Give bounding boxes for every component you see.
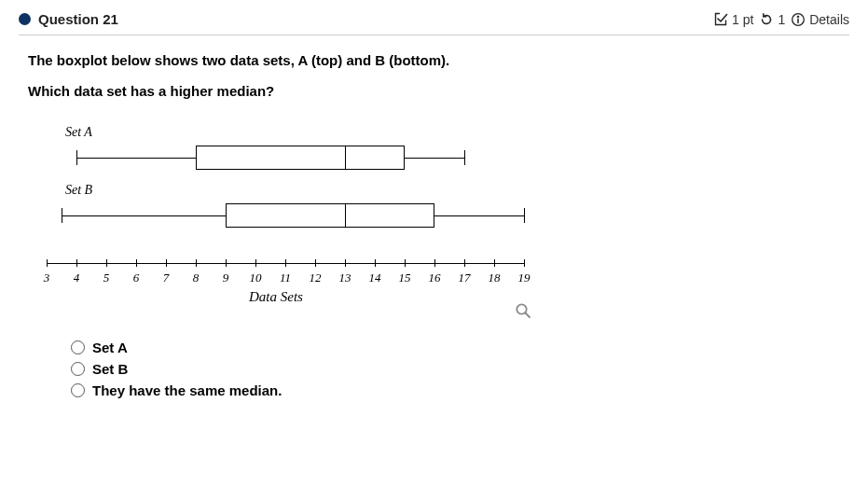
tick-label: 15 (399, 271, 411, 285)
boxplot-chart: Set ASet B345678910111213141516171819Dat… (28, 125, 531, 321)
answer-option[interactable]: Set A (71, 340, 849, 355)
boxplot-row (28, 146, 524, 170)
axis-title: Data Sets (28, 289, 524, 305)
question-title-group: Question 21 (19, 11, 118, 27)
tick-label: 6 (133, 271, 140, 285)
question-prompt: The boxplot below shows two data sets, A… (28, 52, 849, 99)
radio-icon[interactable] (71, 383, 85, 397)
tick-label: 16 (429, 271, 441, 285)
option-label: They have the same median. (92, 382, 282, 398)
x-axis: 345678910111213141516171819Data Sets (28, 263, 531, 300)
tick-label: 14 (369, 271, 381, 285)
retry-icon (759, 12, 774, 27)
option-label: Set B (92, 361, 128, 377)
radio-icon[interactable] (71, 340, 85, 354)
radio-icon[interactable] (71, 362, 85, 376)
tick-label: 17 (459, 271, 471, 285)
attempts-label: 1 (778, 12, 785, 27)
answer-option[interactable]: Set B (71, 361, 849, 377)
prompt-line-2: Which data set has a higher median? (28, 83, 849, 99)
question-header: Question 21 1 pt 1 Details (19, 11, 849, 35)
question-meta: 1 pt 1 Details (713, 12, 849, 27)
series-label: Set B (65, 183, 92, 198)
boxplot-row (28, 203, 524, 228)
checkbox-icon (713, 12, 728, 27)
answer-options: Set ASet BThey have the same median. (28, 340, 849, 398)
svg-point-1 (797, 16, 799, 18)
tick-label: 4 (74, 271, 80, 285)
tick-label: 5 (103, 271, 110, 285)
tick-label: 8 (193, 271, 200, 285)
tick-label: 12 (310, 271, 322, 285)
tick-label: 19 (518, 271, 530, 285)
info-icon (791, 12, 806, 27)
tick-label: 18 (489, 271, 501, 285)
tick-label: 11 (280, 271, 291, 285)
tick-label: 9 (223, 271, 229, 285)
tick-label: 7 (163, 271, 170, 285)
tick-label: 10 (250, 271, 262, 285)
details-button[interactable]: Details (809, 12, 849, 27)
status-bullet-icon (19, 13, 31, 25)
series-label: Set A (65, 125, 92, 140)
magnify-icon[interactable] (515, 302, 531, 323)
question-body: The boxplot below shows two data sets, A… (19, 52, 849, 398)
tick-label: 13 (339, 271, 351, 285)
answer-option[interactable]: They have the same median. (71, 382, 849, 398)
question-number: Question 21 (38, 11, 118, 27)
points-label: 1 pt (732, 12, 753, 27)
prompt-line-1: The boxplot below shows two data sets, A… (28, 52, 849, 68)
option-label: Set A (92, 340, 128, 355)
tick-label: 3 (44, 271, 50, 285)
